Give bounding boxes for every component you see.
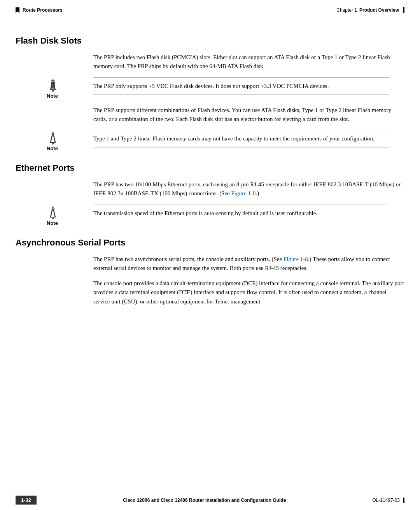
section-async-serial-ports: Asynchronous Serial Ports The PRP has tw… [16, 238, 404, 306]
note-eth-1-wrapper: Note The transmission speed of the Ether… [16, 205, 404, 226]
footer-doc-id: OL-11497-03 [372, 498, 400, 503]
footer-center-text: Cisco 12006 and Cisco 12406 Router Insta… [37, 498, 372, 503]
note-icon-area-2: Note [47, 130, 93, 151]
header-section-label: Route Processors [23, 7, 63, 13]
note-content-2: Type 1 and Type 2 linear Flash memory ca… [93, 130, 389, 147]
section-flash-disk-slots: Flash Disk Slots The PRP includes two Fl… [16, 36, 404, 151]
page-footer: 1-32 Cisco 12006 and Cisco 12406 Router … [0, 492, 420, 510]
section-heading-flash: Flash Disk Slots [16, 36, 404, 46]
note-content-1: The PRP only supports +5 VDC Flash disk … [93, 77, 389, 95]
header-bar-icon [403, 7, 404, 13]
header-right: Chapter 1 Product Overview [336, 7, 404, 13]
section-ethernet-ports: Ethernet Ports The PRP has two 10/100 Mb… [16, 163, 404, 226]
note-flash-1: Note The PRP only supports +5 VDC Flash … [47, 77, 389, 99]
figure-1-8-link-async[interactable]: Figure 1-8 [284, 256, 308, 262]
note-label-1: Note [47, 93, 58, 99]
note-flash-2: Note Type 1 and Type 2 linear Flash memo… [47, 130, 389, 151]
flash-paragraph-2: The PRP supports different combinations … [93, 106, 404, 124]
note-content-3: The transmission speed of the Ethernet p… [93, 205, 389, 222]
flash-paragraph-1: The PRP includes two Flash disk (PCMCIA)… [93, 53, 404, 71]
bookmark-icon [16, 7, 19, 13]
async-paragraph-2: The console port provides a data circuit… [93, 279, 404, 306]
async-paragraph-1: The PRP has two asynchronous serial port… [93, 255, 404, 273]
page-wrapper: Route Processors Chapter 1 Product Overv… [0, 0, 420, 510]
header-left: Route Processors [16, 7, 63, 13]
note-flash-1-wrapper: Note The PRP only supports +5 VDC Flash … [16, 77, 404, 99]
content-area: Flash Disk Slots The PRP includes two Fl… [0, 16, 420, 510]
note-pencil-icon-2 [47, 131, 59, 145]
note-icon-area-1: Note [47, 77, 93, 99]
page-header: Route Processors Chapter 1 Product Overv… [0, 0, 420, 16]
note-pencil-icon-3 [47, 206, 59, 219]
note-label-3: Note [47, 220, 58, 226]
section-heading-async: Asynchronous Serial Ports [16, 238, 404, 248]
note-eth-1: Note The transmission speed of the Ether… [47, 205, 389, 226]
footer-page-number: 1-32 [16, 496, 37, 505]
note-icon-area-3: Note [47, 205, 93, 226]
section-heading-ethernet: Ethernet Ports [16, 163, 404, 173]
note-pencil-icon-1 [47, 79, 59, 92]
ethernet-paragraph-1: The PRP has two 10/100 Mbps Ethernet por… [93, 180, 404, 198]
note-label-2: Note [47, 145, 58, 151]
note-flash-2-wrapper: Note Type 1 and Type 2 linear Flash memo… [16, 130, 404, 151]
chapter-title: Product Overview [359, 7, 399, 13]
footer-bar-icon [403, 498, 404, 503]
figure-1-8-link-eth[interactable]: Figure 1-8 [231, 190, 256, 196]
chapter-label: Chapter 1 [336, 7, 357, 13]
footer-right: OL-11497-03 [372, 498, 404, 503]
